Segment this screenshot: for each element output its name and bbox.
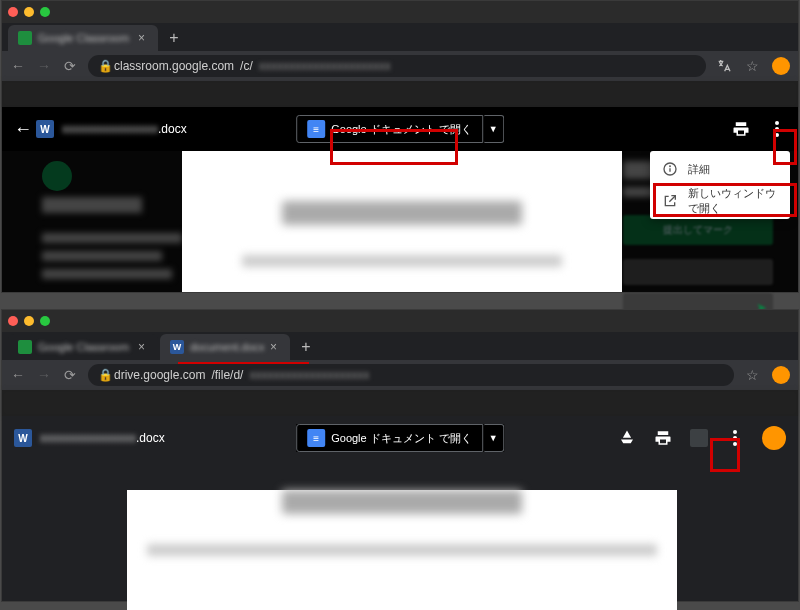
document-filename: xxxxxxxxxxxxxxxx.docx [62, 122, 187, 136]
google-docs-icon: ≡ [307, 429, 325, 447]
assignment-icon [42, 161, 72, 191]
tab-strip: Google Classroom × + [2, 23, 798, 51]
address-bar: ← → ⟳ 🔒 drive.google.com/file/d/xxxxxxxx… [2, 360, 798, 390]
menu-details[interactable]: 詳細 [650, 153, 790, 185]
viewer-back-icon[interactable]: ← [14, 119, 36, 140]
document-page [182, 151, 622, 292]
open-with-google-docs-button[interactable]: ≡ Google ドキュメント で開く [296, 115, 483, 143]
avatar[interactable] [772, 366, 790, 384]
new-tab-button[interactable]: + [164, 28, 184, 48]
avatar[interactable] [772, 57, 790, 75]
word-file-icon: W [170, 340, 184, 354]
maximize-window-button[interactable] [40, 7, 50, 17]
open-with-dropdown-icon[interactable]: ▼ [484, 424, 504, 452]
google-docs-icon: ≡ [307, 120, 325, 138]
mark-button[interactable]: 提出してマーク [623, 215, 773, 245]
bookmarks-bar [2, 390, 798, 416]
tab-label: document.docx [190, 341, 264, 353]
window-titlebar [2, 310, 798, 332]
open-with-control: ≡ Google ドキュメント で開く ▼ [296, 115, 504, 143]
file-viewer-toolbar: ← W xxxxxxxxxxxxxxxx.docx ≡ Google ドキュメン… [2, 107, 798, 151]
maximize-window-button[interactable] [40, 316, 50, 326]
print-icon[interactable] [732, 120, 750, 138]
back-icon[interactable]: ← [10, 367, 26, 383]
svg-point-2 [775, 133, 779, 137]
browser-tab-classroom[interactable]: Google Classroom × [8, 334, 158, 360]
forward-icon[interactable]: → [36, 58, 52, 74]
omnibox[interactable]: 🔒 classroom.google.com/c/xxxxxxxxxxxxxxx… [88, 55, 706, 77]
classroom-favicon [18, 340, 32, 354]
drive-avatar[interactable] [762, 426, 786, 450]
svg-point-0 [775, 121, 779, 125]
close-window-button[interactable] [8, 7, 18, 17]
assignment-title-blurred [42, 197, 142, 213]
tab-strip: Google Classroom × W document.docx × + [2, 332, 798, 360]
menu-open-new-window[interactable]: 新しいウィンドウで開く [650, 185, 790, 217]
drive-viewer-toolbar: W xxxxxxxxxxxxxxxx.docx ≡ Google ドキュメント … [2, 416, 798, 460]
omnibox[interactable]: 🔒 drive.google.com/file/d/xxxxxxxxxxxxxx… [88, 364, 734, 386]
reload-icon[interactable]: ⟳ [62, 367, 78, 383]
more-options-icon[interactable] [726, 429, 744, 447]
url-host: classroom.google.com [114, 59, 234, 73]
window-titlebar [2, 1, 798, 23]
address-bar: ← → ⟳ 🔒 classroom.google.com/c/xxxxxxxxx… [2, 51, 798, 81]
browser-tab[interactable]: Google Classroom × [8, 25, 158, 51]
more-options-menu: 詳細 新しいウィンドウで開く [650, 151, 790, 219]
svg-point-7 [733, 436, 737, 440]
traffic-lights [8, 316, 50, 326]
close-window-button[interactable] [8, 316, 18, 326]
svg-point-1 [775, 127, 779, 131]
traffic-lights [8, 7, 50, 17]
menu-details-label: 詳細 [688, 162, 710, 177]
open-with-label: Google ドキュメント で開く [331, 122, 472, 137]
add-to-drive-icon[interactable] [618, 429, 636, 447]
open-with-google-docs-button[interactable]: ≡ Google ドキュメント で開く [296, 424, 483, 452]
download-icon[interactable] [690, 429, 708, 447]
minimize-window-button[interactable] [24, 7, 34, 17]
url-tail-blurred: xxxxxxxxxxxxxxxxxxxx [249, 368, 369, 382]
reload-icon[interactable]: ⟳ [62, 58, 78, 74]
open-with-control: ≡ Google ドキュメント で開く ▼ [296, 424, 504, 452]
document-filename: xxxxxxxxxxxxxxxx.docx [40, 431, 165, 445]
file-preview-area [2, 460, 798, 601]
star-icon[interactable]: ☆ [744, 58, 760, 74]
lock-icon: 🔒 [98, 59, 108, 73]
tab-label: Google Classroom [38, 341, 132, 353]
tab-label: Google Classroom [38, 32, 132, 44]
classroom-favicon [18, 31, 32, 45]
print-icon[interactable] [654, 429, 672, 447]
close-tab-icon[interactable]: × [270, 340, 280, 354]
word-file-icon: W [36, 120, 54, 138]
document-page [127, 490, 677, 610]
url-tail-blurred: xxxxxxxxxxxxxxxxxxxxxx [259, 59, 391, 73]
open-with-dropdown-icon[interactable]: ▼ [484, 115, 504, 143]
browser-tab-drive[interactable]: W document.docx × [160, 334, 290, 360]
new-tab-button[interactable]: + [296, 337, 316, 357]
star-icon[interactable]: ☆ [744, 367, 760, 383]
close-tab-icon[interactable]: × [138, 340, 148, 354]
bookmarks-bar [2, 81, 798, 107]
more-options-icon[interactable] [768, 120, 786, 138]
url-path: /file/d/ [211, 368, 243, 382]
url-host: drive.google.com [114, 368, 205, 382]
attachment-card[interactable] [623, 259, 773, 285]
forward-icon[interactable]: → [36, 367, 52, 383]
menu-open-new-window-label: 新しいウィンドウで開く [688, 186, 778, 216]
minimize-window-button[interactable] [24, 316, 34, 326]
open-external-icon [662, 193, 678, 209]
lock-icon: 🔒 [98, 368, 108, 382]
browser-window-top: Google Classroom × + ← → ⟳ 🔒 classroom.g… [1, 0, 799, 293]
open-with-label: Google ドキュメント で開く [331, 431, 472, 446]
word-file-icon: W [14, 429, 32, 447]
url-path: /c/ [240, 59, 253, 73]
translate-icon[interactable] [716, 58, 732, 74]
svg-point-5 [670, 166, 671, 167]
info-icon [662, 161, 678, 177]
back-icon[interactable]: ← [10, 58, 26, 74]
svg-point-6 [733, 430, 737, 434]
close-tab-icon[interactable]: × [138, 31, 148, 45]
svg-point-8 [733, 442, 737, 446]
browser-window-bottom: Google Classroom × W document.docx × + ←… [1, 309, 799, 602]
